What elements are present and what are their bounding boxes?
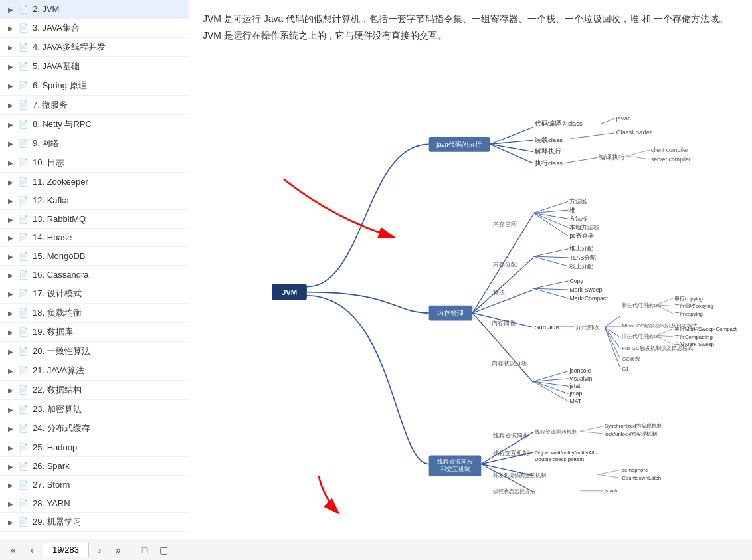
fit-width-button[interactable]: ▢ (155, 542, 171, 558)
arrow-icon: ▶ (8, 159, 15, 166)
arrow-icon: ▶ (8, 197, 15, 204)
sidebar-item-4[interactable]: ▶📄4. JAVA多线程并发 (0, 38, 189, 57)
svg-text:Synchronized的实现机制: Synchronized的实现机制 (605, 424, 663, 430)
sidebar-item-13[interactable]: ▶📄13. RabbitMQ (0, 210, 189, 229)
sidebar-item-21[interactable]: ▶📄21. JAVA算法 (0, 361, 189, 381)
sidebar-item-29[interactable]: ▶📄29. 机器学习 (0, 513, 189, 532)
svg-line-30 (533, 213, 569, 219)
svg-line-62 (605, 327, 621, 369)
sidebar-item-19[interactable]: ▶📄19. 数据库 (0, 323, 189, 342)
svg-line-46 (533, 281, 569, 288)
svg-line-32 (533, 213, 569, 228)
arrow-icon: ▶ (8, 63, 15, 70)
svg-line-34 (533, 213, 569, 236)
svg-line-8 (490, 141, 534, 145)
arrow-icon: ▶ (8, 387, 15, 393)
sidebar-item-26[interactable]: ▶📄26. Spark (0, 457, 189, 476)
bottom-toolbar: « ‹ › » □ ▢ (0, 539, 752, 560)
svg-text:CountdownLatch: CountdownLatch (622, 476, 661, 482)
sidebar-item-14[interactable]: ▶📄14. Hbase (0, 229, 189, 247)
arrow-icon: ▶ (8, 290, 15, 297)
svg-text:代码编译为class: 代码编译为class (534, 120, 583, 128)
svg-line-14 (490, 145, 534, 164)
arrow-icon: ▶ (8, 425, 15, 432)
svg-text:分代回收: 分代回收 (575, 324, 599, 331)
sidebar-item-10[interactable]: ▶📄10. 日志 (0, 153, 189, 173)
sidebar-item-2[interactable]: ▶📄2. JVM (0, 0, 189, 19)
svg-text:解释执行: 解释执行 (535, 148, 561, 155)
sidebar-item-5[interactable]: ▶📄5. JAVA基础 (0, 57, 189, 76)
nav-first-button[interactable]: « (5, 542, 21, 558)
svg-text:串行Mark-Sweep-Compact: 串行Mark-Sweep-Compact (674, 327, 737, 333)
main-container: ▶📄2. JVM▶📄3. JAVA集合▶📄4. JAVA多线程并发▶📄5. JA… (0, 0, 752, 539)
svg-line-89 (533, 382, 569, 394)
sidebar-item-12[interactable]: ▶📄12. Kafka (0, 191, 189, 210)
svg-line-4 (490, 127, 534, 144)
svg-text:算法: 算法 (493, 289, 505, 296)
arrow-icon: ▶ (8, 482, 15, 488)
svg-line-10 (571, 133, 615, 139)
sidebar-item-17[interactable]: ▶📄17. 设计模式 (0, 284, 189, 304)
svg-line-6 (601, 118, 615, 124)
sidebar-item-3[interactable]: ▶📄3. JAVA集合 (0, 19, 189, 38)
svg-text:MAT: MAT (569, 398, 581, 405)
fit-page-button[interactable]: □ (137, 542, 153, 558)
svg-line-76 (656, 336, 673, 345)
svg-text:内存分配: 内存分配 (493, 261, 517, 268)
svg-text:线程资源同步: 线程资源同步 (493, 433, 529, 440)
mindmap-container: JVM java代码的执行 代码编译为class javac (203, 57, 752, 522)
svg-text:线程资源同步机制: 线程资源同步机制 (535, 429, 577, 435)
svg-line-87 (533, 382, 569, 387)
nav-prev-button[interactable]: ‹ (24, 542, 40, 558)
svg-line-91 (533, 382, 569, 402)
svg-line-20 (626, 156, 650, 159)
svg-text:并行回收copying: 并行回收copying (674, 304, 713, 310)
svg-text:jstat: jstat (569, 383, 581, 389)
svg-line-42 (533, 257, 569, 267)
sidebar-item-23[interactable]: ▶📄23. 加密算法 (0, 400, 189, 419)
sidebar-item-8[interactable]: ▶📄8. Netty 与RPC (0, 115, 189, 134)
sidebar-item-16[interactable]: ▶📄16. Cassandra (0, 266, 189, 284)
arrow-icon: ▶ (8, 329, 15, 335)
svg-text:server compiler: server compiler (651, 156, 691, 163)
nav-last-button[interactable]: » (110, 542, 126, 558)
arrow-icon: ▶ (8, 348, 15, 355)
svg-text:编译执行: 编译执行 (599, 153, 625, 161)
sidebar-item-24[interactable]: ▶📄24. 分布式缓存 (0, 419, 189, 438)
sidebar-item-11[interactable]: ▶📄11. Zookeeper (0, 173, 189, 191)
svg-text:内存空间: 内存空间 (493, 221, 517, 227)
sidebar-item-27[interactable]: ▶📄27. Storm (0, 476, 189, 494)
svg-text:并发包提供的交互机制: 并发包提供的交互机制 (493, 472, 546, 478)
svg-text:java代码的执行: java代码的执行 (436, 141, 482, 148)
sidebar-item-28[interactable]: ▶📄28. YARN (0, 494, 189, 513)
sidebar-item-22[interactable]: ▶📄22. 数据结构 (0, 381, 189, 400)
sidebar-item-25[interactable]: ▶📄25. Hadoop (0, 438, 189, 457)
svg-text:Copy: Copy (569, 278, 583, 284)
svg-text:方法栈: 方法栈 (569, 215, 587, 222)
sidebar-item-15[interactable]: ▶📄15. MongoDB (0, 247, 189, 266)
svg-text:内存管理: 内存管理 (437, 310, 464, 317)
svg-text:semaphore: semaphore (622, 467, 648, 473)
svg-text:jmap: jmap (569, 391, 582, 397)
svg-line-111 (597, 475, 620, 478)
sidebar: ▶📄2. JVM▶📄3. JAVA集合▶📄4. JAVA多线程并发▶📄5. JA… (0, 0, 189, 539)
svg-text:jstack: jstack (604, 488, 618, 494)
content-area: JVM 是可运行 Java 代码的假想计算机，包括一套字节码指令集、一组寄存器、… (189, 0, 752, 539)
svg-line-40 (533, 257, 569, 258)
svg-line-109 (597, 470, 620, 475)
page-input[interactable] (43, 543, 89, 557)
sidebar-item-6[interactable]: ▶📄6. Spring 原理 (0, 76, 189, 96)
svg-text:GC参数: GC参数 (622, 356, 640, 362)
arrow-icon: ▶ (8, 253, 15, 260)
sidebar-item-18[interactable]: ▶📄18. 负载均衡 (0, 304, 189, 323)
svg-text:堆: 堆 (569, 207, 575, 213)
arrow-icon: ▶ (8, 406, 15, 413)
sidebar-item-7[interactable]: ▶📄7. 微服务 (0, 96, 189, 115)
svg-text:和交互机制: 和交互机制 (440, 466, 470, 472)
svg-text:并行Compacting: 并行Compacting (674, 334, 713, 340)
sidebar-item-20[interactable]: ▶📄20. 一致性算法 (0, 342, 189, 361)
arrow-icon: ▶ (8, 44, 15, 50)
sidebar-item-9[interactable]: ▶📄9. 网络 (0, 134, 189, 153)
nav-next-button[interactable]: › (92, 542, 108, 558)
arrow-icon: ▶ (8, 25, 15, 31)
